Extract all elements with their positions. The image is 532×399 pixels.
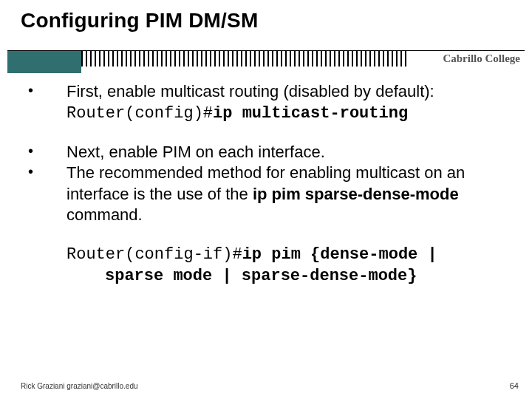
bullet-col: • •	[28, 142, 66, 225]
cmd-bold-1: ip pim {dense-mode |	[242, 245, 437, 264]
content-area: • First, enable multicast routing (disab…	[28, 81, 502, 287]
command-block: Router(config-if)#ip pim {dense-mode | s…	[66, 245, 502, 287]
cmd-bold-2: sparse mode | sparse-dense-mode}	[105, 267, 417, 285]
b2-text: Next, enable PIM on each interface.	[66, 143, 325, 161]
brand-wrap: Cabrillo College	[409, 51, 525, 73]
footer-author: Rick Graziani graziani@cabrillo.edu	[21, 382, 138, 390]
bullet-row-1: • First, enable multicast routing (disab…	[28, 81, 502, 124]
b1-text: First, enable multicast routing (disable…	[66, 82, 434, 100]
band-solid	[7, 51, 81, 73]
slide: Configuring PIM DM/SM Cabrillo College •…	[0, 0, 532, 399]
bullet-dot-icon: •	[28, 81, 66, 102]
cmd-line-1: Router(config-if)#ip pim {dense-mode |	[66, 245, 502, 266]
header-band: Cabrillo College	[7, 50, 525, 73]
bullet-col: •	[28, 81, 66, 124]
footer-page-number: 64	[510, 381, 519, 390]
bullet-text-2: Next, enable PIM on each interface. The …	[66, 142, 502, 225]
b1-code-cmd-bold: ip multicast-routing	[213, 104, 408, 123]
b1-code-prompt: Router(config)#	[66, 104, 213, 123]
band-stripes	[81, 51, 409, 66]
cmd-prompt: Router(config-if)#	[66, 245, 242, 264]
bullet-dot-icon: •	[28, 142, 66, 163]
bullet-row-2: • • Next, enable PIM on each interface. …	[28, 142, 502, 225]
slide-title: Configuring PIM DM/SM	[21, 9, 258, 33]
bullet-text-1: First, enable multicast routing (disable…	[66, 81, 502, 124]
b3-post: command.	[66, 205, 143, 224]
cmd-line-2: sparse mode | sparse-dense-mode}	[66, 266, 502, 287]
bullet-dot-icon: •	[28, 163, 66, 183]
b1-code-cmd: ip multicast-routing	[213, 104, 408, 123]
b3-bold: ip pim sparse-dense-mode	[253, 185, 459, 203]
brand-text: Cabrillo College	[443, 52, 520, 65]
